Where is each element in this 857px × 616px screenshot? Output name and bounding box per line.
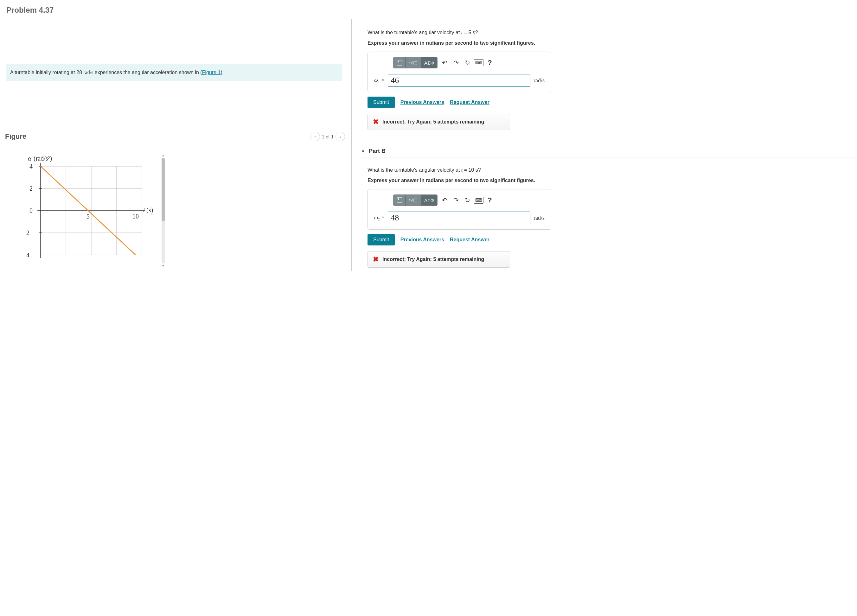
root-icon: ⁿ√▢ (409, 197, 418, 203)
partA-feedback: ✖ Incorrect; Try Again; 5 attempts remai… (368, 114, 510, 130)
problem-text-post: experiences the angular acceleration sho… (93, 69, 202, 75)
partA-question: What is the turntable's angular velocity… (368, 29, 854, 36)
math-root-button[interactable]: ⁿ√▢ (406, 195, 421, 205)
partB-previous-answers-link[interactable]: Previous Answers (401, 237, 444, 242)
partA-answer-input[interactable] (388, 74, 531, 87)
partA-answer-box: ⁿ√▢ ΑΣΦ ↶ ↷ ↻ ⌨ ? ω1 = rad/s (368, 52, 551, 92)
figure-next-button[interactable]: › (336, 132, 345, 141)
template-icon (397, 60, 402, 66)
partA-variable: ω1 = (374, 77, 385, 83)
incorrect-icon: ✖ (373, 255, 379, 264)
help-icon: ? (487, 59, 492, 66)
svg-text:10: 10 (132, 213, 139, 220)
redo-icon: ↷ (453, 59, 459, 66)
reset-button[interactable]: ↻ (463, 196, 472, 205)
partB-feedback: ✖ Incorrect; Try Again; 5 attempts remai… (368, 251, 510, 268)
chevron-right-icon: › (340, 134, 341, 139)
scroll-down-icon: ▼ (162, 264, 165, 268)
partB-header[interactable]: ▼ Part B (361, 145, 854, 157)
partB-feedback-text: Incorrect; Try Again; 5 attempts remaini… (382, 256, 484, 262)
partA-toolbar: ⁿ√▢ ΑΣΦ ↶ ↷ ↻ ⌨ ? (374, 57, 545, 68)
figure-link[interactable]: Figure 1 (202, 69, 221, 75)
svg-text:α: α (28, 155, 31, 162)
partA-request-answer-link[interactable]: Request Answer (450, 99, 489, 105)
partA-feedback-text: Incorrect; Try Again; 5 attempts remaini… (382, 119, 484, 125)
problem-statement: A turntable initially rotating at 28 rad… (6, 64, 342, 81)
undo-icon: ↶ (442, 196, 447, 204)
help-button[interactable]: ? (487, 196, 492, 204)
partB-variable: ω2 = (374, 215, 385, 221)
keyboard-button[interactable]: ⌨ (474, 58, 483, 67)
partB-unit: rad/s (534, 215, 545, 221)
incorrect-icon: ✖ (373, 118, 379, 126)
chevron-left-icon: ‹ (314, 134, 316, 139)
svg-text:(s): (s) (146, 207, 153, 214)
svg-text:5: 5 (87, 213, 90, 220)
partB-question: What is the turntable's angular velocity… (368, 166, 854, 174)
svg-text:−2: −2 (23, 229, 29, 236)
partB-title: Part B (369, 148, 385, 154)
figure-heading: Figure (5, 133, 26, 140)
partB-instruction: Express your answer in radians per secon… (368, 178, 854, 184)
partB-toolbar: ⁿ√▢ ΑΣΦ ↶ ↷ ↻ ⌨ ? (374, 195, 545, 206)
scroll-up-icon: ▲ (162, 154, 165, 157)
figure-chart: α (rad/s²) 4 2 0 −2 −4 5 10 t (s) (15, 154, 155, 268)
template-icon (397, 197, 402, 203)
partB-answer-input[interactable] (388, 212, 531, 224)
partA-instruction: Express your answer in radians per secon… (368, 40, 854, 46)
redo-button[interactable]: ↷ (452, 58, 460, 67)
partB-submit-button[interactable]: Submit (368, 234, 395, 245)
partB-answer-box: ⁿ√▢ ΑΣΦ ↶ ↷ ↻ ⌨ ? ω2 = rad/s (368, 189, 551, 230)
help-button[interactable]: ? (487, 59, 492, 67)
problem-text-pre: A turntable initially rotating at 28 (10, 69, 84, 75)
root-icon: ⁿ√▢ (409, 60, 418, 66)
greek-letters-button[interactable]: ΑΣΦ (421, 57, 437, 68)
undo-icon: ↶ (442, 59, 447, 66)
reset-icon: ↻ (465, 59, 470, 66)
problem-text-end: ). (221, 69, 224, 75)
svg-rect-27 (398, 61, 399, 62)
svg-text:−4: −4 (23, 252, 29, 258)
problem-units: rad/s (84, 69, 93, 75)
svg-text:2: 2 (29, 185, 32, 192)
partA-question-post: = 5 s? (463, 30, 478, 35)
partA-submit-button[interactable]: Submit (368, 97, 395, 108)
redo-icon: ↷ (453, 196, 459, 204)
svg-text:(rad/s²): (rad/s²) (34, 155, 52, 162)
reset-button[interactable]: ↻ (463, 58, 472, 67)
svg-rect-29 (398, 198, 399, 200)
template-picker-button[interactable] (393, 57, 406, 68)
collapse-icon: ▼ (361, 149, 365, 154)
partA-question-pre: What is the turntable's angular velocity… (368, 30, 461, 35)
figure-pager-label: 1 of 1 (322, 134, 334, 139)
partB-request-answer-link[interactable]: Request Answer (450, 237, 489, 242)
keyboard-icon: ⌨ (474, 59, 483, 66)
keyboard-button[interactable]: ⌨ (474, 196, 483, 205)
redo-button[interactable]: ↷ (452, 196, 460, 205)
math-root-button[interactable]: ⁿ√▢ (406, 57, 421, 68)
template-picker-button[interactable] (393, 195, 406, 205)
figure-scrollbar[interactable]: ▲ ▼ (160, 154, 166, 268)
svg-text:t: t (143, 207, 145, 213)
help-icon: ? (487, 196, 492, 204)
undo-button[interactable]: ↶ (440, 58, 449, 67)
undo-button[interactable]: ↶ (440, 196, 449, 205)
figure-prev-button[interactable]: ‹ (311, 132, 320, 141)
partA-previous-answers-link[interactable]: Previous Answers (401, 99, 444, 105)
page-title: Problem 4.37 (0, 0, 857, 19)
reset-icon: ↻ (465, 196, 470, 204)
partB-question-pre: What is the turntable's angular velocity… (368, 167, 461, 173)
keyboard-icon: ⌨ (474, 197, 483, 204)
partA-unit: rad/s (534, 77, 545, 84)
greek-letters-button[interactable]: ΑΣΦ (421, 195, 437, 205)
svg-text:4: 4 (29, 163, 32, 170)
svg-text:0: 0 (29, 207, 32, 214)
partB-question-post: = 10 s? (463, 167, 481, 173)
